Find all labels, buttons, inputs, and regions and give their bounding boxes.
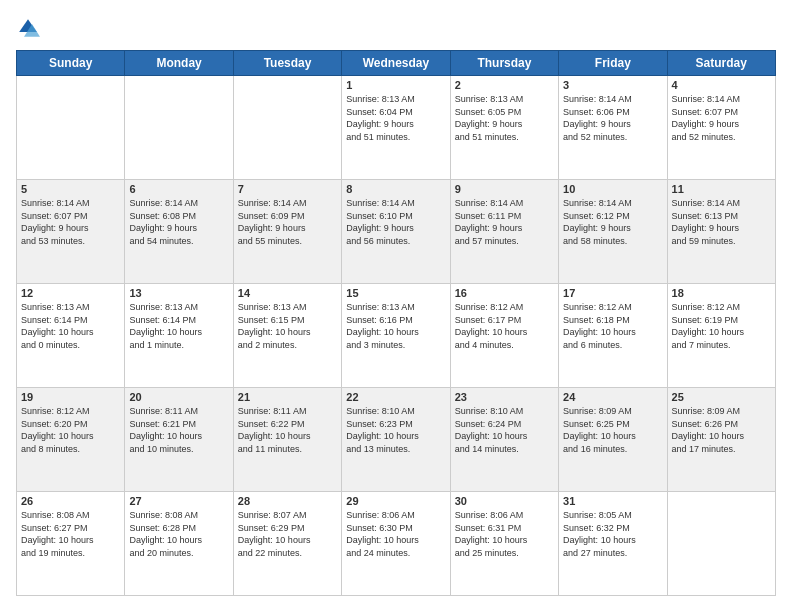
day-info: Sunrise: 8:13 AM Sunset: 6:14 PM Dayligh… bbox=[21, 301, 120, 351]
calendar-cell: 15Sunrise: 8:13 AM Sunset: 6:16 PM Dayli… bbox=[342, 284, 450, 388]
day-info: Sunrise: 8:13 AM Sunset: 6:16 PM Dayligh… bbox=[346, 301, 445, 351]
day-info: Sunrise: 8:07 AM Sunset: 6:29 PM Dayligh… bbox=[238, 509, 337, 559]
day-number: 9 bbox=[455, 183, 554, 195]
day-info: Sunrise: 8:10 AM Sunset: 6:23 PM Dayligh… bbox=[346, 405, 445, 455]
day-info: Sunrise: 8:09 AM Sunset: 6:25 PM Dayligh… bbox=[563, 405, 662, 455]
day-number: 19 bbox=[21, 391, 120, 403]
day-info: Sunrise: 8:08 AM Sunset: 6:28 PM Dayligh… bbox=[129, 509, 228, 559]
day-number: 20 bbox=[129, 391, 228, 403]
day-number: 26 bbox=[21, 495, 120, 507]
calendar-cell: 29Sunrise: 8:06 AM Sunset: 6:30 PM Dayli… bbox=[342, 492, 450, 596]
day-number: 22 bbox=[346, 391, 445, 403]
calendar-cell: 28Sunrise: 8:07 AM Sunset: 6:29 PM Dayli… bbox=[233, 492, 341, 596]
calendar-cell: 1Sunrise: 8:13 AM Sunset: 6:04 PM Daylig… bbox=[342, 76, 450, 180]
day-header-thursday: Thursday bbox=[450, 51, 558, 76]
day-info: Sunrise: 8:14 AM Sunset: 6:07 PM Dayligh… bbox=[21, 197, 120, 247]
calendar-cell bbox=[233, 76, 341, 180]
calendar-cell: 3Sunrise: 8:14 AM Sunset: 6:06 PM Daylig… bbox=[559, 76, 667, 180]
calendar-week-3: 12Sunrise: 8:13 AM Sunset: 6:14 PM Dayli… bbox=[17, 284, 776, 388]
calendar-week-5: 26Sunrise: 8:08 AM Sunset: 6:27 PM Dayli… bbox=[17, 492, 776, 596]
page: SundayMondayTuesdayWednesdayThursdayFrid… bbox=[0, 0, 792, 612]
day-info: Sunrise: 8:12 AM Sunset: 6:18 PM Dayligh… bbox=[563, 301, 662, 351]
calendar: SundayMondayTuesdayWednesdayThursdayFrid… bbox=[16, 50, 776, 596]
day-number: 13 bbox=[129, 287, 228, 299]
day-number: 23 bbox=[455, 391, 554, 403]
day-info: Sunrise: 8:14 AM Sunset: 6:11 PM Dayligh… bbox=[455, 197, 554, 247]
day-number: 4 bbox=[672, 79, 771, 91]
day-number: 5 bbox=[21, 183, 120, 195]
day-info: Sunrise: 8:14 AM Sunset: 6:08 PM Dayligh… bbox=[129, 197, 228, 247]
calendar-header-row: SundayMondayTuesdayWednesdayThursdayFrid… bbox=[17, 51, 776, 76]
day-info: Sunrise: 8:10 AM Sunset: 6:24 PM Dayligh… bbox=[455, 405, 554, 455]
calendar-cell: 20Sunrise: 8:11 AM Sunset: 6:21 PM Dayli… bbox=[125, 388, 233, 492]
day-number: 14 bbox=[238, 287, 337, 299]
day-header-tuesday: Tuesday bbox=[233, 51, 341, 76]
day-info: Sunrise: 8:14 AM Sunset: 6:13 PM Dayligh… bbox=[672, 197, 771, 247]
calendar-week-1: 1Sunrise: 8:13 AM Sunset: 6:04 PM Daylig… bbox=[17, 76, 776, 180]
day-number: 25 bbox=[672, 391, 771, 403]
day-info: Sunrise: 8:12 AM Sunset: 6:20 PM Dayligh… bbox=[21, 405, 120, 455]
day-info: Sunrise: 8:06 AM Sunset: 6:31 PM Dayligh… bbox=[455, 509, 554, 559]
day-header-friday: Friday bbox=[559, 51, 667, 76]
calendar-cell: 12Sunrise: 8:13 AM Sunset: 6:14 PM Dayli… bbox=[17, 284, 125, 388]
calendar-week-4: 19Sunrise: 8:12 AM Sunset: 6:20 PM Dayli… bbox=[17, 388, 776, 492]
day-info: Sunrise: 8:14 AM Sunset: 6:12 PM Dayligh… bbox=[563, 197, 662, 247]
day-number: 7 bbox=[238, 183, 337, 195]
calendar-cell: 27Sunrise: 8:08 AM Sunset: 6:28 PM Dayli… bbox=[125, 492, 233, 596]
day-info: Sunrise: 8:09 AM Sunset: 6:26 PM Dayligh… bbox=[672, 405, 771, 455]
day-info: Sunrise: 8:06 AM Sunset: 6:30 PM Dayligh… bbox=[346, 509, 445, 559]
logo bbox=[16, 16, 44, 40]
day-number: 12 bbox=[21, 287, 120, 299]
day-number: 21 bbox=[238, 391, 337, 403]
day-info: Sunrise: 8:12 AM Sunset: 6:19 PM Dayligh… bbox=[672, 301, 771, 351]
calendar-cell: 26Sunrise: 8:08 AM Sunset: 6:27 PM Dayli… bbox=[17, 492, 125, 596]
day-info: Sunrise: 8:14 AM Sunset: 6:09 PM Dayligh… bbox=[238, 197, 337, 247]
calendar-cell: 8Sunrise: 8:14 AM Sunset: 6:10 PM Daylig… bbox=[342, 180, 450, 284]
calendar-cell: 30Sunrise: 8:06 AM Sunset: 6:31 PM Dayli… bbox=[450, 492, 558, 596]
day-info: Sunrise: 8:14 AM Sunset: 6:06 PM Dayligh… bbox=[563, 93, 662, 143]
calendar-cell bbox=[17, 76, 125, 180]
day-header-wednesday: Wednesday bbox=[342, 51, 450, 76]
calendar-week-2: 5Sunrise: 8:14 AM Sunset: 6:07 PM Daylig… bbox=[17, 180, 776, 284]
day-number: 29 bbox=[346, 495, 445, 507]
day-number: 16 bbox=[455, 287, 554, 299]
day-info: Sunrise: 8:14 AM Sunset: 6:07 PM Dayligh… bbox=[672, 93, 771, 143]
calendar-cell: 23Sunrise: 8:10 AM Sunset: 6:24 PM Dayli… bbox=[450, 388, 558, 492]
day-info: Sunrise: 8:05 AM Sunset: 6:32 PM Dayligh… bbox=[563, 509, 662, 559]
calendar-cell bbox=[125, 76, 233, 180]
day-info: Sunrise: 8:13 AM Sunset: 6:14 PM Dayligh… bbox=[129, 301, 228, 351]
day-number: 15 bbox=[346, 287, 445, 299]
calendar-cell: 18Sunrise: 8:12 AM Sunset: 6:19 PM Dayli… bbox=[667, 284, 775, 388]
day-number: 28 bbox=[238, 495, 337, 507]
calendar-cell: 25Sunrise: 8:09 AM Sunset: 6:26 PM Dayli… bbox=[667, 388, 775, 492]
day-number: 10 bbox=[563, 183, 662, 195]
calendar-cell: 17Sunrise: 8:12 AM Sunset: 6:18 PM Dayli… bbox=[559, 284, 667, 388]
day-number: 1 bbox=[346, 79, 445, 91]
day-number: 8 bbox=[346, 183, 445, 195]
day-number: 30 bbox=[455, 495, 554, 507]
day-number: 2 bbox=[455, 79, 554, 91]
calendar-cell: 2Sunrise: 8:13 AM Sunset: 6:05 PM Daylig… bbox=[450, 76, 558, 180]
calendar-cell: 31Sunrise: 8:05 AM Sunset: 6:32 PM Dayli… bbox=[559, 492, 667, 596]
calendar-cell: 21Sunrise: 8:11 AM Sunset: 6:22 PM Dayli… bbox=[233, 388, 341, 492]
day-info: Sunrise: 8:11 AM Sunset: 6:22 PM Dayligh… bbox=[238, 405, 337, 455]
day-number: 31 bbox=[563, 495, 662, 507]
day-info: Sunrise: 8:13 AM Sunset: 6:05 PM Dayligh… bbox=[455, 93, 554, 143]
calendar-cell: 6Sunrise: 8:14 AM Sunset: 6:08 PM Daylig… bbox=[125, 180, 233, 284]
day-number: 11 bbox=[672, 183, 771, 195]
day-info: Sunrise: 8:14 AM Sunset: 6:10 PM Dayligh… bbox=[346, 197, 445, 247]
calendar-cell: 19Sunrise: 8:12 AM Sunset: 6:20 PM Dayli… bbox=[17, 388, 125, 492]
day-info: Sunrise: 8:12 AM Sunset: 6:17 PM Dayligh… bbox=[455, 301, 554, 351]
day-number: 18 bbox=[672, 287, 771, 299]
calendar-cell: 16Sunrise: 8:12 AM Sunset: 6:17 PM Dayli… bbox=[450, 284, 558, 388]
calendar-cell: 14Sunrise: 8:13 AM Sunset: 6:15 PM Dayli… bbox=[233, 284, 341, 388]
calendar-cell: 11Sunrise: 8:14 AM Sunset: 6:13 PM Dayli… bbox=[667, 180, 775, 284]
day-number: 27 bbox=[129, 495, 228, 507]
day-header-monday: Monday bbox=[125, 51, 233, 76]
day-info: Sunrise: 8:11 AM Sunset: 6:21 PM Dayligh… bbox=[129, 405, 228, 455]
logo-icon bbox=[16, 16, 40, 40]
calendar-cell: 13Sunrise: 8:13 AM Sunset: 6:14 PM Dayli… bbox=[125, 284, 233, 388]
day-number: 6 bbox=[129, 183, 228, 195]
day-number: 24 bbox=[563, 391, 662, 403]
calendar-cell: 5Sunrise: 8:14 AM Sunset: 6:07 PM Daylig… bbox=[17, 180, 125, 284]
